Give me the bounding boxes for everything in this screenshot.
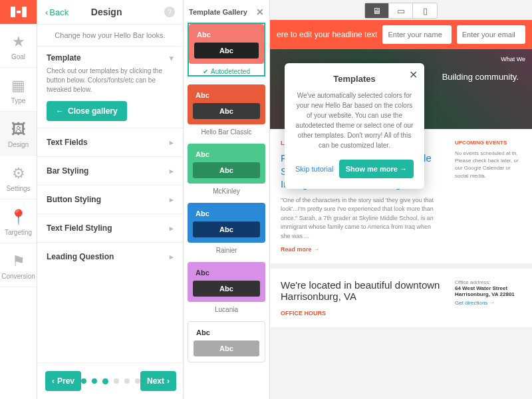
gallery-title: Template Gallery <box>189 8 247 16</box>
rail-label: Design <box>0 141 37 148</box>
step-dot <box>135 378 140 384</box>
rail-label: Conversion <box>0 273 37 280</box>
template-mckinley[interactable]: AbcAbc McKinley <box>188 144 265 195</box>
template-rainier[interactable]: AbcAbc Rainier <box>188 203 265 254</box>
step-dots <box>81 378 140 384</box>
hellobar-logo-icon <box>11 7 27 17</box>
template-classic[interactable]: AbcAbc Hello Bar Classic <box>188 84 265 136</box>
desktop-icon: 🖥 <box>372 6 381 16</box>
menu-button-styling[interactable]: Button Styling▸ <box>37 185 183 213</box>
pin-icon: 📍 <box>0 209 37 226</box>
grid-icon: ▦ <box>0 77 37 94</box>
office-hours-label: OFFICE HOURS <box>281 310 442 317</box>
step-dot-current <box>102 378 108 384</box>
events-body: No events scheduled at th. Please check … <box>455 150 521 180</box>
read-more-link: Read more → <box>281 246 442 253</box>
device-tablet[interactable]: ▭ <box>389 3 413 18</box>
popover-body: We've automatically selected colors for … <box>295 90 414 150</box>
rail-label: Type <box>0 97 37 104</box>
prev-button[interactable]: ‹Prev <box>45 371 81 391</box>
sliders-icon: ⚙ <box>0 165 37 182</box>
image-icon: 🖼 <box>0 121 37 138</box>
chevron-right-icon: ▸ <box>170 253 174 261</box>
rail-item-type[interactable]: ▦ Type <box>0 68 37 112</box>
menu-text-field-styling[interactable]: Text Field Styling▸ <box>37 213 183 242</box>
directions-link: Get directions → <box>455 300 521 306</box>
popover-footer: Skip tutorial Show me more → <box>295 160 414 178</box>
location-block: We're located in beautiful downtown Harr… <box>270 269 532 327</box>
site-nav-text: What We <box>501 56 525 63</box>
template-lucania[interactable]: AbcAbc Lucania <box>188 262 265 313</box>
menu-bar-styling[interactable]: Bar Styling▸ <box>37 156 183 185</box>
tablet-icon: ▭ <box>397 6 405 16</box>
tutorial-popover: ✕ Templates We've automatically selected… <box>285 63 424 189</box>
name-input[interactable] <box>382 25 451 44</box>
preview-pane: 🖥 ▭ ▯ ere to edit your headline text Wha… <box>270 0 532 399</box>
rail-item-conversion[interactable]: ⚑ Conversion <box>0 243 37 287</box>
address-block: Office address: 64 West Water Street Har… <box>455 279 521 317</box>
template-autodetected[interactable]: Abc Abc ✔Autodetected <box>188 23 265 76</box>
autodetected-badge: ✔Autodetected <box>189 68 264 75</box>
rail-label: Goal <box>0 53 37 61</box>
close-icon[interactable]: ✕ <box>256 7 264 17</box>
rail-item-design[interactable]: 🖼 Design <box>0 112 37 156</box>
svg-rect-0 <box>11 7 15 17</box>
design-sidebar: ‹Back Design ? Change how your Hello Bar… <box>37 0 184 399</box>
svg-rect-2 <box>22 7 27 17</box>
events-heading: UPCOMING EVENTS <box>455 140 521 146</box>
svg-rect-1 <box>17 11 21 13</box>
chevron-right-icon: ▸ <box>170 138 174 147</box>
step-dot <box>92 378 97 384</box>
chevron-down-icon: ▾ <box>170 54 174 63</box>
sidebar-header: ‹Back Design ? <box>37 0 183 25</box>
rail-label: Settings <box>0 185 37 192</box>
device-mobile[interactable]: ▯ <box>413 3 437 18</box>
next-button[interactable]: Next› <box>140 371 176 391</box>
sidebar-title: Design <box>49 7 164 17</box>
headline-text[interactable]: ere to edit your headline text <box>277 30 377 39</box>
menu-text-fields[interactable]: Text Fields▸ <box>37 128 183 156</box>
rail-item-settings[interactable]: ⚙ Settings <box>0 156 37 200</box>
sidebar-subtitle: Change how your Hello Bar looks. <box>37 25 183 46</box>
template-section-desc: Check out our templates by clicking the … <box>47 66 174 94</box>
check-icon: ✔ <box>203 68 208 75</box>
step-dot <box>114 378 119 384</box>
arrow-left-icon: ← <box>56 106 64 116</box>
template-section-title[interactable]: Template ▾ <box>47 53 174 63</box>
chevron-right-icon: ▸ <box>170 167 174 176</box>
chevron-left-icon: ‹ <box>45 7 48 17</box>
chevron-left-icon: ‹ <box>52 376 55 386</box>
popover-title: Templates <box>295 74 414 84</box>
nav-rail: ★ Goal ▦ Type 🖼 Design ⚙ Settings 📍 Targ… <box>0 0 37 399</box>
content-sidebar: UPCOMING EVENTS No events scheduled at t… <box>455 140 521 253</box>
close-icon[interactable]: ✕ <box>409 68 418 81</box>
mobile-icon: ▯ <box>423 6 428 16</box>
gallery-header: Template Gallery ✕ <box>188 5 265 23</box>
device-desktop[interactable]: 🖥 <box>365 3 389 18</box>
hello-bar-preview: ere to edit your headline text <box>270 20 532 49</box>
logo[interactable] <box>0 0 37 24</box>
sidebar-footer: ‹Prev Next› <box>37 362 183 399</box>
location-title: We're located in beautiful downtown Harr… <box>281 279 442 302</box>
step-dot <box>124 378 130 384</box>
article-body: "One of the characters in the story said… <box>281 196 442 241</box>
chevron-right-icon: ▸ <box>170 224 174 233</box>
template-white[interactable]: AbcAbc <box>188 321 265 362</box>
step-dot <box>81 378 86 384</box>
rail-item-goal[interactable]: ★ Goal <box>0 24 37 68</box>
chevron-right-icon: › <box>167 376 170 386</box>
skip-tutorial-link[interactable]: Skip tutorial <box>295 165 333 173</box>
help-icon[interactable]: ? <box>164 7 175 17</box>
device-switcher: 🖥 ▭ ▯ <box>364 3 438 19</box>
email-input[interactable] <box>457 25 525 44</box>
template-gallery: Template Gallery ✕ Abc Abc ✔Autodetected… <box>184 0 270 399</box>
menu-leading-question[interactable]: Leading Question▸ <box>37 242 183 271</box>
show-more-button[interactable]: Show me more → <box>339 160 414 178</box>
close-gallery-button[interactable]: ← Close gallery <box>47 101 127 121</box>
rail-item-targeting[interactable]: 📍 Targeting <box>0 200 37 243</box>
flag-icon: ⚑ <box>0 253 37 270</box>
rail-label: Targeting <box>0 229 37 236</box>
star-icon: ★ <box>0 33 37 51</box>
template-section: Template ▾ Check out our templates by cl… <box>37 46 183 128</box>
chevron-right-icon: ▸ <box>170 196 174 204</box>
